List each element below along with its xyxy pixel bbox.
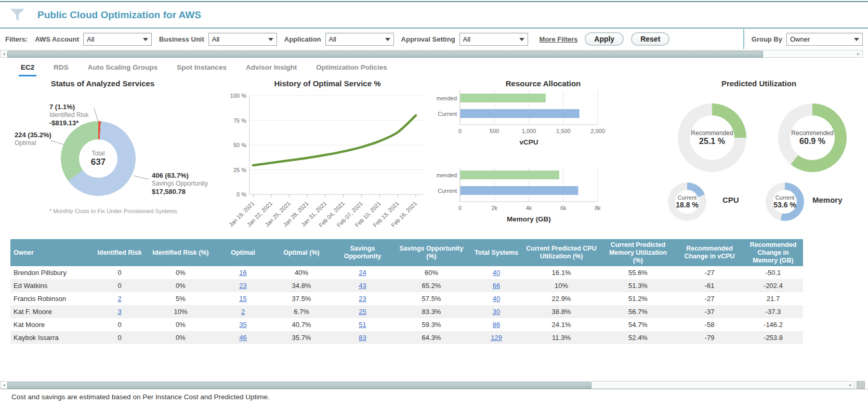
table-cell: Kaybok Issarra — [10, 331, 94, 344]
apply-button[interactable]: Apply — [585, 32, 624, 46]
table-link[interactable]: 2 — [117, 295, 121, 303]
table-link[interactable]: 23 — [239, 282, 246, 290]
table-link[interactable]: 25 — [359, 308, 366, 316]
table-link[interactable]: 51 — [359, 321, 366, 329]
table-link[interactable]: 35 — [239, 321, 246, 329]
table-row: Kaybok Issarra00%4635.7%8364.3%12911.3%5… — [10, 331, 803, 344]
table-link[interactable]: 24 — [359, 269, 366, 277]
tab-spot-instances[interactable]: Spot Instances — [176, 59, 228, 76]
bottom-horizontal-scrollbar[interactable]: ◄ ► — [0, 381, 855, 389]
group-by-select[interactable]: Owner — [786, 33, 863, 46]
svg-text:75 %: 75 % — [233, 117, 246, 124]
chart-title: History of Optimal Service % — [223, 79, 431, 88]
filter-application: Application All — [284, 33, 394, 46]
table-link[interactable]: 40 — [493, 295, 500, 303]
table-cell: 23 — [333, 292, 392, 305]
table-cell: 60% — [392, 266, 470, 279]
group-by-section: Group By Owner — [743, 29, 863, 49]
table-cell: 5% — [146, 292, 216, 305]
table-cell: Kat Moore — [10, 318, 94, 331]
table-link[interactable]: 16 — [239, 269, 246, 277]
scroll-left-arrow-icon[interactable]: ◄ — [1, 51, 7, 57]
business-unit-select[interactable]: All — [208, 33, 277, 46]
table-cell: 35.7% — [270, 331, 333, 344]
svg-text:6k: 6k — [560, 205, 567, 211]
tab-ec2[interactable]: EC2 — [20, 59, 35, 76]
table-cell: 46 — [216, 331, 270, 344]
table-cell: 34.8% — [270, 279, 333, 292]
application-select[interactable]: All — [325, 33, 394, 46]
column-header: Current Predicted CPU Utilization (%) — [522, 239, 600, 266]
table-row: Ed Watkins00%2334.8%4365.2%6610%51.3%-61… — [10, 279, 803, 292]
svg-text:0: 0 — [458, 205, 462, 211]
svg-text:Recommended: Recommended — [437, 95, 457, 101]
table-link[interactable]: 15 — [239, 295, 246, 303]
table-link[interactable]: 83 — [359, 334, 366, 342]
table-link[interactable]: 3 — [117, 308, 121, 316]
column-header: Owner — [10, 239, 94, 266]
donut-total-value: 637 — [91, 157, 106, 167]
table-cell: 24.1% — [522, 318, 600, 331]
table-cell: -146.2 — [743, 318, 803, 331]
scrollbar-thumb[interactable] — [7, 382, 591, 389]
svg-text:50 %: 50 % — [233, 142, 246, 148]
approval-setting-select[interactable]: All — [459, 33, 528, 46]
table-cell: 25 — [333, 305, 392, 318]
chevron-down-icon — [519, 38, 524, 41]
table-cell: -61 — [676, 279, 743, 292]
gauge-cpu-current: Current18.8 % — [668, 182, 706, 221]
table-link[interactable]: 66 — [493, 282, 500, 290]
table-link[interactable]: 46 — [239, 334, 246, 342]
tab-auto-scaling-groups[interactable]: Auto Scaling Groups — [87, 59, 159, 76]
table-cell: 40% — [270, 266, 333, 279]
table-cell: 83 — [333, 331, 392, 344]
table-cell: 54.7% — [600, 318, 676, 331]
table-cell: 24 — [333, 266, 392, 279]
tab-optimization-policies[interactable]: Optimization Policies — [315, 59, 388, 76]
table-cell: 40 — [470, 266, 522, 279]
table-link[interactable]: 43 — [359, 282, 366, 290]
svg-text:1,000: 1,000 — [522, 128, 536, 134]
table-cell: 43 — [333, 279, 392, 292]
scrollbar-thumb[interactable] — [7, 51, 763, 58]
owners-table: OwnerIdentified RiskIdentified Risk (%)O… — [10, 239, 803, 344]
tab-advisor-insight[interactable]: Advisor Insight — [245, 59, 298, 76]
table-row: Kat F. Moore310%26.7%2583.3%3038.8%56.7%… — [10, 305, 803, 318]
callout-savings-opportunity: 406 (63.7%) Savings Opportunity $17,580.… — [152, 172, 208, 197]
table-link[interactable]: 2 — [241, 308, 245, 316]
column-header: Identified Risk (%) — [146, 239, 216, 266]
table-link[interactable]: 30 — [493, 308, 500, 316]
table-cell: 0% — [146, 266, 216, 279]
svg-text:Current: Current — [438, 188, 457, 194]
donut-center: Total 637 — [79, 139, 117, 178]
table-link[interactable]: 23 — [359, 295, 366, 303]
scroll-right-arrow-icon[interactable]: ► — [848, 383, 853, 388]
table-link[interactable]: 40 — [493, 269, 500, 277]
aws-account-select[interactable]: All — [83, 33, 152, 46]
more-filters-link[interactable]: More Filters — [540, 35, 578, 43]
table-cell: 6.7% — [270, 305, 333, 318]
table-link[interactable]: 129 — [491, 334, 502, 342]
table-cell: 57.5% — [392, 292, 470, 305]
table-link[interactable]: 86 — [493, 321, 500, 329]
status-of-analyzed-services-panel: Status of Analyzed Services Total 637 7 … — [0, 77, 223, 239]
table-cell: 86 — [470, 318, 522, 331]
column-header: Optimal — [216, 239, 270, 266]
top-horizontal-scrollbar[interactable]: ◄ ► — [0, 50, 863, 58]
table-cell: 37.5% — [270, 292, 333, 305]
scroll-right-arrow-icon[interactable]: ► — [856, 51, 861, 57]
table-cell: 59.3% — [392, 318, 470, 331]
table-row: Francis Robinson25%1537.5%2357.5%4022.9%… — [10, 292, 803, 305]
table-row: Brendon Pillsbury00%1640%2460%4016.1%55.… — [10, 266, 803, 279]
app-header: Public Cloud Optimization for AWS — [0, 2, 868, 29]
svg-text:8k: 8k — [595, 205, 601, 211]
table-cell: -27 — [676, 292, 743, 305]
tab-rds[interactable]: RDS — [52, 59, 70, 76]
column-header: Recommended Change in Memory (GB) — [743, 239, 803, 266]
table-cell: 0% — [146, 318, 216, 331]
table-cell: 35 — [216, 318, 270, 331]
scroll-left-arrow-icon[interactable]: ◄ — [1, 383, 7, 388]
status-donut-chart[interactable]: Total 637 — [61, 121, 136, 196]
filters-label: Filters: — [5, 35, 28, 43]
reset-button[interactable]: Reset — [631, 32, 669, 46]
